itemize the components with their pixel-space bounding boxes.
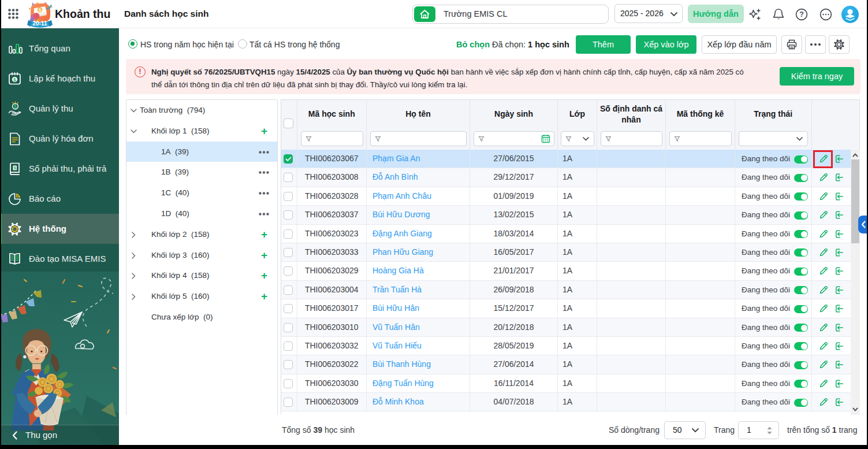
svg-text:$: $ <box>14 103 17 109</box>
svg-text:$: $ <box>13 77 16 83</box>
svg-text:?: ? <box>799 10 804 18</box>
svg-text:20-11: 20-11 <box>32 20 47 27</box>
